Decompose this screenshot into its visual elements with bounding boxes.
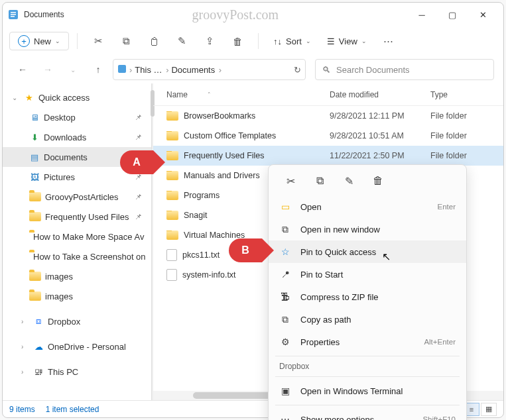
breadcrumb-part[interactable]: Documents [171,65,221,75]
toolbar: + New ⌄ ✂ ⧉ 📋︎ ✎ ⇪ 🗑︎ ↑↓ Sort ⌄ ☰ View ⌄… [3,26,503,56]
rename-icon[interactable]: ✎ [338,172,360,190]
svg-rect-1 [11,12,16,13]
ctx-open-new-window[interactable]: ⧉Open in new window [269,218,466,240]
callout-a: A [120,150,153,174]
breadcrumb-part[interactable]: This … [135,65,168,75]
icons-view-toggle[interactable]: ▦ [481,403,497,416]
sidebar-item-folder[interactable]: GroovyPostArticles📌︎ [3,187,151,207]
folder-icon [166,231,178,240]
documents-app-icon [8,9,19,20]
refresh-icon[interactable]: ↻ [294,65,301,75]
chevron-right-icon: › [21,318,29,325]
up-button[interactable]: ↑ [88,59,109,80]
zip-icon: 🗜︎ [279,291,291,302]
column-headers[interactable]: Name˄ Date modified Type [153,83,503,106]
address-bar[interactable]: › This … Documents ↻ [113,59,306,80]
sidebar-item-folder[interactable]: images [3,266,151,286]
new-button[interactable]: + New ⌄ [9,32,69,50]
close-button[interactable]: ✕ [468,3,498,26]
sidebar-dropbox[interactable]: ›⧈Dropbox [3,311,151,331]
pictures-icon: 🖼︎ [29,172,40,182]
ctx-pin-quick-access[interactable]: ☆Pin to Quick access [269,240,466,263]
rename-icon[interactable]: ✎ [169,30,194,52]
sidebar-item-desktop[interactable]: 🖥︎Desktop📌︎ [3,107,151,127]
ctx-pin-start[interactable]: 📍︎Pin to Start [269,263,466,286]
sidebar-quick-access[interactable]: ⌄ ★ Quick access [3,87,151,107]
sidebar-item-folder[interactable]: How to Make More Space Av [3,227,151,246]
folder-icon [29,212,41,221]
ctx-open-terminal[interactable]: ▣Open in Windows Terminal [269,380,466,402]
folder-icon [29,272,41,281]
copy-path-icon: ⧉ [279,314,291,325]
maximize-button[interactable]: ▢ [437,3,468,26]
pin-icon: 📌︎ [135,133,142,141]
chevron-down-icon[interactable]: ⌄ [62,59,84,80]
onedrive-icon: ☁ [33,341,44,352]
sort-dropdown[interactable]: ↑↓ Sort ⌄ [267,36,318,46]
callout-b: B [229,238,262,262]
ctx-properties[interactable]: ⚙PropertiesAlt+Enter [269,331,466,353]
search-input[interactable]: 🔍︎ Search Documents [315,59,494,80]
sidebar-item-folder[interactable]: How to Take a Screenshot on [3,246,151,266]
col-date[interactable]: Date modified [330,90,430,99]
delete-icon[interactable]: 🗑︎ [367,172,389,190]
sidebar-thispc[interactable]: ›🖳This PC [3,362,151,382]
folder-icon [166,111,178,121]
ctx-show-more[interactable]: ⋯Show more optionsShift+F10 [269,408,466,420]
copy-icon[interactable]: ⧉ [113,30,139,52]
item-count: 9 items [9,405,35,414]
ctx-compress-zip[interactable]: 🗜︎Compress to ZIP file [269,286,466,308]
delete-icon[interactable]: 🗑︎ [225,30,250,52]
star-outline-icon: ☆ [279,246,291,257]
file-row[interactable]: Custom Office Templates9/28/2021 10:51 A… [153,126,503,146]
more-icon: ⋯ [279,414,291,420]
file-row-selected[interactable]: Frequently Used Files11/22/2021 2:50 PMF… [153,146,503,166]
view-dropdown[interactable]: ☰ View ⌄ [320,36,373,46]
chevron-right-icon: › [21,368,29,376]
documents-icon: ▤ [29,152,40,162]
svg-rect-3 [11,16,15,17]
context-menu: ✂ ⧉ ✎ 🗑︎ ▭OpenEnter ⧉Open in new window … [268,164,467,420]
folder-icon [166,191,178,200]
pin-icon: 📌︎ [135,213,142,221]
pin-icon: 📍︎ [279,269,291,280]
folder-open-icon: ▭ [279,201,291,212]
chevron-down-icon: ⌄ [12,94,20,101]
more-icon[interactable]: ⋯ [376,30,401,52]
folder-icon [29,192,41,201]
sidebar-onedrive[interactable]: ›☁OneDrive - Personal [3,337,151,356]
search-icon: 🔍︎ [322,65,331,75]
paste-icon[interactable]: 📋︎ [141,30,166,52]
folder-icon [166,171,178,180]
folder-icon [29,291,41,301]
folder-icon [166,131,178,140]
ctx-dropbox-header[interactable]: Dropbox [269,359,466,374]
search-placeholder: Search Documents [336,65,410,75]
col-name[interactable]: Name [166,90,188,99]
ctx-copy-path[interactable]: ⧉Copy as path [269,308,466,331]
cut-icon[interactable]: ✂ [279,172,302,190]
folder-icon [166,151,178,160]
view-icon: ☰ [327,36,335,46]
window-title: Documents [24,10,64,19]
documents-icon [117,64,127,76]
sidebar: ⌄ ★ Quick access 🖥︎Desktop📌︎ ⬇Downloads📌… [3,83,151,400]
cut-icon[interactable]: ✂ [86,30,111,52]
ctx-open[interactable]: ▭OpenEnter [269,195,466,218]
chevron-down-icon: ⌄ [55,38,60,44]
cursor-pointer-icon: ↖ [382,250,391,263]
file-row[interactable]: BrowserBookmarks9/28/2021 12:11 PMFile f… [153,106,503,126]
sidebar-item-folder[interactable]: images [3,286,151,306]
back-button[interactable]: ← [12,59,33,80]
svg-rect-2 [11,14,16,15]
copy-icon[interactable]: ⧉ [308,172,331,190]
minimize-button[interactable]: ─ [407,3,437,26]
sidebar-item-downloads[interactable]: ⬇Downloads📌︎ [3,127,151,147]
share-icon[interactable]: ⇪ [197,30,222,52]
forward-button[interactable]: → [37,59,58,80]
desktop-icon: 🖥︎ [29,112,40,123]
sidebar-item-folder[interactable]: Frequently Used Files📌︎ [3,207,151,227]
col-type[interactable]: Type [430,90,503,99]
text-file-icon [166,249,177,261]
titlebar: Documents groovyPost.com ─ ▢ ✕ [3,3,503,26]
